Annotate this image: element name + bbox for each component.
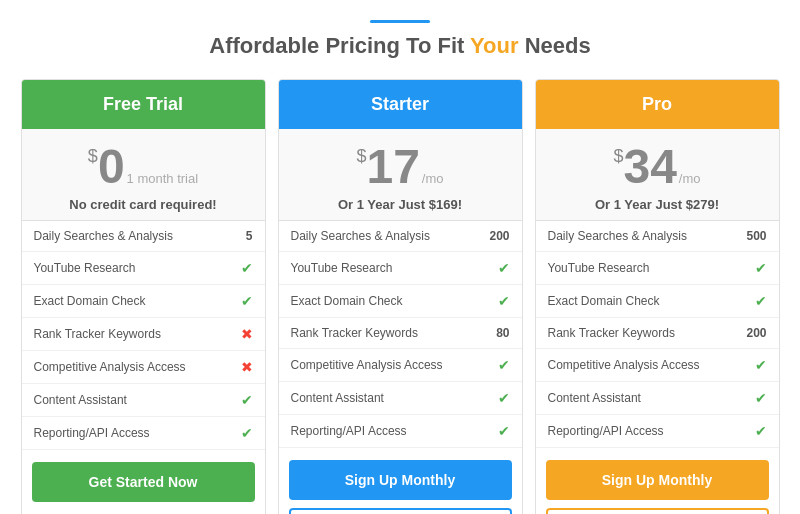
list-item: YouTube Research✔ — [536, 252, 779, 285]
list-item: Daily Searches & Analysis200 — [279, 221, 522, 252]
list-item: Exact Domain Check✔ — [22, 285, 265, 318]
feature-value: 200 — [489, 229, 509, 243]
list-item: Reporting/API Access✔ — [536, 415, 779, 448]
get-started-button[interactable]: Get Started Now — [32, 462, 255, 502]
price-section-pro: $34/moOr 1 Year Just $279! — [536, 129, 779, 221]
page-title: Affordable Pricing To Fit Your Needs — [20, 33, 780, 59]
feature-label: Exact Domain Check — [291, 294, 498, 308]
list-item: Daily Searches & Analysis500 — [536, 221, 779, 252]
price-sub-starter: Or 1 Year Just $169! — [289, 197, 512, 212]
feature-label: Rank Tracker Keywords — [548, 326, 747, 340]
feature-value: ✔ — [498, 260, 510, 276]
list-item: YouTube Research✔ — [22, 252, 265, 285]
price-section-free: $01 month trialNo credit card required! — [22, 129, 265, 221]
feature-label: Competitive Analysis Access — [34, 360, 241, 374]
pro-monthly-button[interactable]: Sign Up Monthly — [546, 460, 769, 500]
price-dollar-free: $ — [88, 147, 98, 165]
feature-value: ✔ — [498, 357, 510, 373]
list-item: Exact Domain Check✔ — [536, 285, 779, 318]
list-item: Content Assistant✔ — [22, 384, 265, 417]
card-header-pro: Pro — [536, 80, 779, 129]
price-number-free: 0 — [98, 143, 125, 191]
feature-label: Rank Tracker Keywords — [34, 327, 241, 341]
list-item: Rank Tracker Keywords80 — [279, 318, 522, 349]
feature-value: 5 — [246, 229, 253, 243]
feature-value: ✔ — [755, 390, 767, 406]
pricing-grid: Free Trial$01 month trialNo credit card … — [20, 79, 780, 514]
list-item: Competitive Analysis Access✖ — [22, 351, 265, 384]
price-number-pro: 34 — [623, 143, 676, 191]
feature-value: ✔ — [241, 425, 253, 441]
list-item: Rank Tracker Keywords200 — [536, 318, 779, 349]
feature-label: YouTube Research — [291, 261, 498, 275]
card-footer-pro: Sign Up MonthlySign Up Annually & Save! — [536, 448, 779, 514]
price-sub-free: No credit card required! — [32, 197, 255, 212]
card-footer-starter: Sign Up MonthlySign Up Annually & Save! — [279, 448, 522, 514]
price-section-starter: $17/moOr 1 Year Just $169! — [279, 129, 522, 221]
price-suffix-starter: /mo — [422, 172, 444, 185]
feature-value: ✔ — [755, 357, 767, 373]
feature-label: Rank Tracker Keywords — [291, 326, 497, 340]
feature-value: ✔ — [241, 293, 253, 309]
feature-value: ✖ — [241, 359, 253, 375]
feature-value: ✔ — [498, 293, 510, 309]
feature-value: ✔ — [498, 390, 510, 406]
card-footer-free: Get Started Now — [22, 450, 265, 514]
feature-label: Content Assistant — [291, 391, 498, 405]
feature-label: YouTube Research — [34, 261, 241, 275]
starter-monthly-button[interactable]: Sign Up Monthly — [289, 460, 512, 500]
feature-value: 500 — [746, 229, 766, 243]
feature-label: Exact Domain Check — [34, 294, 241, 308]
features-list-free: Daily Searches & Analysis5YouTube Resear… — [22, 221, 265, 450]
price-suffix-free: 1 month trial — [127, 172, 199, 185]
feature-value: ✔ — [241, 260, 253, 276]
list-item: Competitive Analysis Access✔ — [536, 349, 779, 382]
list-item: Content Assistant✔ — [536, 382, 779, 415]
feature-label: Daily Searches & Analysis — [291, 229, 490, 243]
feature-value: ✔ — [755, 423, 767, 439]
feature-label: YouTube Research — [548, 261, 755, 275]
list-item: Rank Tracker Keywords✖ — [22, 318, 265, 351]
list-item: Reporting/API Access✔ — [22, 417, 265, 450]
feature-label: Daily Searches & Analysis — [34, 229, 246, 243]
list-item: Competitive Analysis Access✔ — [279, 349, 522, 382]
top-bar — [370, 20, 430, 23]
feature-value: ✔ — [755, 293, 767, 309]
starter-annual-button[interactable]: Sign Up Annually & Save! — [289, 508, 512, 514]
list-item: Exact Domain Check✔ — [279, 285, 522, 318]
features-list-pro: Daily Searches & Analysis500YouTube Rese… — [536, 221, 779, 448]
feature-value: ✔ — [241, 392, 253, 408]
feature-label: Content Assistant — [548, 391, 755, 405]
feature-label: Content Assistant — [34, 393, 241, 407]
feature-label: Daily Searches & Analysis — [548, 229, 747, 243]
price-sub-pro: Or 1 Year Just $279! — [546, 197, 769, 212]
feature-label: Reporting/API Access — [548, 424, 755, 438]
pricing-card-pro: Pro$34/moOr 1 Year Just $279!Daily Searc… — [535, 79, 780, 514]
feature-value: 200 — [746, 326, 766, 340]
price-dollar-pro: $ — [613, 147, 623, 165]
feature-value: 80 — [496, 326, 509, 340]
feature-label: Reporting/API Access — [34, 426, 241, 440]
card-header-starter: Starter — [279, 80, 522, 129]
price-dollar-starter: $ — [356, 147, 366, 165]
feature-label: Competitive Analysis Access — [291, 358, 498, 372]
list-item: YouTube Research✔ — [279, 252, 522, 285]
feature-label: Exact Domain Check — [548, 294, 755, 308]
price-suffix-pro: /mo — [679, 172, 701, 185]
card-header-free: Free Trial — [22, 80, 265, 129]
pricing-card-starter: Starter$17/moOr 1 Year Just $169!Daily S… — [278, 79, 523, 514]
feature-value: ✔ — [755, 260, 767, 276]
features-list-starter: Daily Searches & Analysis200YouTube Rese… — [279, 221, 522, 448]
feature-value: ✖ — [241, 326, 253, 342]
pricing-card-free: Free Trial$01 month trialNo credit card … — [21, 79, 266, 514]
feature-label: Reporting/API Access — [291, 424, 498, 438]
price-number-starter: 17 — [366, 143, 419, 191]
feature-label: Competitive Analysis Access — [548, 358, 755, 372]
list-item: Reporting/API Access✔ — [279, 415, 522, 448]
pro-annual-button[interactable]: Sign Up Annually & Save! — [546, 508, 769, 514]
list-item: Content Assistant✔ — [279, 382, 522, 415]
list-item: Daily Searches & Analysis5 — [22, 221, 265, 252]
feature-value: ✔ — [498, 423, 510, 439]
